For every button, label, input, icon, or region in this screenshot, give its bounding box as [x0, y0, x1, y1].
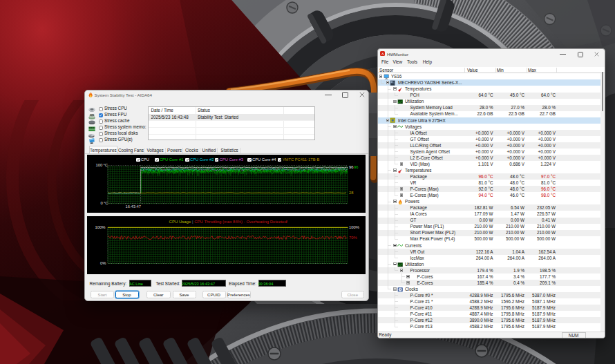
svg-text:123: 123 [90, 114, 94, 117]
